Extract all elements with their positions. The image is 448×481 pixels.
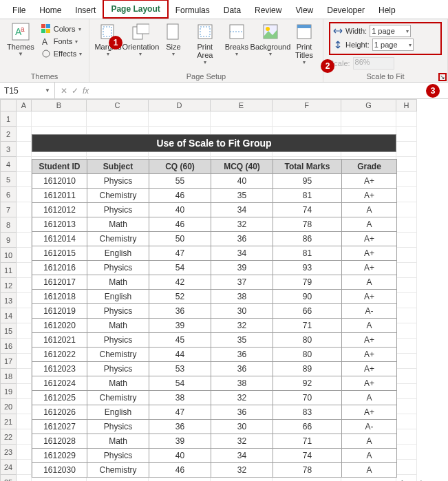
cell[interactable] — [17, 369, 32, 384]
table-cell[interactable]: Physics — [87, 304, 149, 319]
table-cell[interactable]: A+ — [342, 376, 397, 391]
table-cell[interactable]: 39 — [211, 261, 273, 275]
table-cell[interactable]: 1612027 — [32, 420, 87, 434]
table-cell[interactable]: 74 — [273, 449, 342, 463]
table-cell[interactable]: Chemistry — [87, 189, 149, 203]
ribbon-tab-insert[interactable]: Insert — [68, 2, 103, 19]
table-cell[interactable]: A+ — [342, 261, 397, 275]
table-cell[interactable]: 40 — [149, 449, 211, 463]
print-titles-button[interactable]: PrintTitles▾ — [290, 21, 319, 67]
table-cell[interactable]: 70 — [273, 391, 342, 405]
table-cell[interactable]: A+ — [342, 405, 397, 420]
cell[interactable] — [17, 293, 32, 308]
table-cell[interactable]: 1612020 — [32, 319, 87, 333]
cell[interactable] — [17, 187, 32, 202]
orientation-button[interactable]: Orientation▾ — [125, 21, 156, 58]
table-cell[interactable]: 1612016 — [32, 261, 87, 275]
row-header[interactable]: 21 — [0, 414, 17, 429]
table-cell[interactable]: 38 — [211, 290, 273, 304]
table-cell[interactable]: 36 — [149, 420, 211, 434]
cell[interactable] — [396, 429, 417, 445]
cell[interactable] — [396, 111, 417, 127]
table-cell[interactable]: 78 — [273, 463, 342, 478]
cell[interactable] — [396, 354, 417, 369]
cell[interactable] — [17, 172, 32, 187]
table-cell[interactable]: Math — [87, 434, 149, 449]
breaks-button[interactable]: Breaks▾ — [222, 21, 251, 58]
cell[interactable] — [273, 111, 341, 127]
table-cell[interactable]: 52 — [149, 290, 211, 304]
table-cell[interactable]: 36 — [211, 348, 273, 362]
cell[interactable] — [396, 445, 417, 460]
table-cell[interactable]: English — [87, 246, 149, 261]
row-header[interactable]: 23 — [0, 445, 17, 460]
table-cell[interactable]: 1612021 — [32, 333, 87, 348]
row-header[interactable]: 6 — [0, 187, 17, 202]
table-cell[interactable]: 95 — [273, 174, 342, 189]
table-cell[interactable]: 79 — [273, 275, 342, 290]
table-cell[interactable]: English — [87, 290, 149, 304]
table-cell[interactable]: 42 — [149, 275, 211, 290]
row-header[interactable]: 7 — [0, 202, 17, 217]
table-cell[interactable]: 1612018 — [32, 290, 87, 304]
cell[interactable] — [211, 111, 273, 127]
table-cell[interactable]: 46 — [149, 189, 211, 203]
table-cell[interactable]: 36 — [211, 405, 273, 420]
table-cell[interactable]: 32 — [211, 434, 273, 449]
cell[interactable] — [17, 429, 32, 445]
table-cell[interactable]: 54 — [149, 376, 211, 391]
table-cell[interactable]: 45 — [149, 333, 211, 348]
row-header[interactable]: 5 — [0, 172, 17, 187]
cell[interactable] — [17, 127, 32, 142]
table-cell[interactable]: 39 — [149, 319, 211, 333]
table-cell[interactable]: 46 — [149, 217, 211, 232]
table-cell[interactable]: 55 — [149, 174, 211, 189]
select-all-corner[interactable] — [0, 99, 17, 111]
table-cell[interactable]: 32 — [211, 391, 273, 405]
col-header-E[interactable]: E — [211, 99, 273, 111]
table-cell[interactable]: 1612022 — [32, 348, 87, 362]
table-cell[interactable]: 1612019 — [32, 304, 87, 319]
cell[interactable] — [396, 399, 417, 414]
table-cell[interactable]: 89 — [273, 362, 342, 376]
row-header[interactable]: 17 — [0, 354, 17, 369]
table-cell[interactable]: 37 — [211, 275, 273, 290]
cell[interactable] — [396, 369, 417, 384]
worksheet[interactable]: 1234567891011121314151617181920212223242… — [0, 111, 448, 481]
ribbon-tab-file[interactable]: File — [6, 2, 32, 19]
table-cell[interactable]: A+ — [342, 333, 397, 348]
ribbon-tab-view[interactable]: View — [288, 2, 320, 19]
row-header[interactable]: 24 — [0, 460, 17, 475]
table-cell[interactable]: 35 — [211, 333, 273, 348]
cell[interactable] — [396, 187, 417, 202]
row-header[interactable]: 4 — [0, 157, 17, 172]
row-header[interactable]: 15 — [0, 323, 17, 339]
col-header-F[interactable]: F — [273, 99, 341, 111]
table-cell[interactable]: 78 — [273, 217, 342, 232]
ribbon-tab-formulas[interactable]: Formulas — [169, 2, 217, 19]
fonts-button[interactable]: A Fonts▾ — [40, 36, 83, 47]
table-cell[interactable]: 38 — [211, 376, 273, 391]
table-cell[interactable]: A- — [342, 304, 397, 319]
table-cell[interactable]: Math — [87, 376, 149, 391]
table-cell[interactable]: 81 — [273, 189, 342, 203]
table-cell[interactable]: 83 — [273, 405, 342, 420]
table-cell[interactable]: 81 — [273, 246, 342, 261]
table-cell[interactable]: A+ — [342, 246, 397, 261]
table-cell[interactable]: A+ — [342, 174, 397, 189]
table-cell[interactable]: 30 — [211, 420, 273, 434]
table-cell[interactable]: Physics — [87, 420, 149, 434]
table-cell[interactable]: 30 — [211, 304, 273, 319]
cell[interactable] — [17, 339, 32, 354]
cell[interactable] — [17, 475, 32, 481]
cell[interactable] — [17, 384, 32, 399]
table-cell[interactable]: 34 — [211, 246, 273, 261]
table-cell[interactable]: 1612011 — [32, 189, 87, 203]
table-cell[interactable]: 93 — [273, 261, 342, 275]
table-cell[interactable]: English — [87, 405, 149, 420]
table-cell[interactable]: 90 — [273, 290, 342, 304]
table-cell[interactable]: Math — [87, 217, 149, 232]
cell[interactable] — [396, 308, 417, 323]
cell[interactable] — [87, 111, 149, 127]
table-cell[interactable]: A — [342, 391, 397, 405]
